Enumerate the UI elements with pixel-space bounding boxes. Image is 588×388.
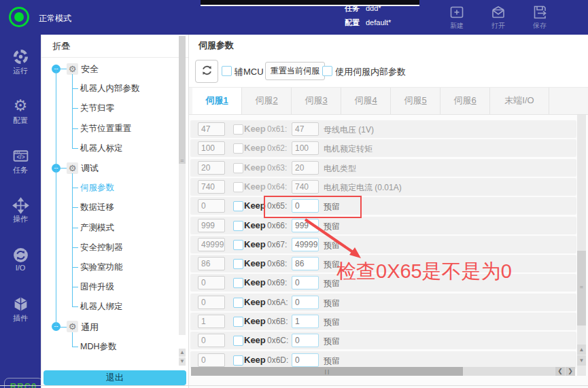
register-value-input[interactable] (292, 353, 319, 367)
vertical-scrollbar-thumb[interactable] (577, 251, 586, 325)
param-value-input[interactable] (198, 238, 225, 251)
register-value-input[interactable] (292, 238, 319, 251)
register-value-input[interactable] (292, 141, 319, 155)
tab-伺服1[interactable]: 伺服1 (192, 88, 242, 114)
register-value-input[interactable] (292, 219, 319, 232)
tree-item-产测模式[interactable]: 产测模式 (80, 222, 114, 234)
param-value-input[interactable] (198, 141, 225, 155)
scroll-down-icon[interactable]: ▼ (577, 355, 586, 366)
tab-伺服3[interactable]: 伺服3 (292, 88, 341, 114)
servo-param-row: Keep0x69:预留 (190, 274, 576, 292)
reset-current-servo-button[interactable]: 重置当前伺服 (265, 62, 325, 80)
refresh-button[interactable] (195, 60, 218, 83)
keep-checkbox[interactable] (233, 221, 243, 231)
keep-checkbox[interactable] (233, 298, 243, 308)
keep-label: Keep (244, 220, 266, 230)
register-value-input[interactable] (292, 161, 319, 175)
keep-label: Keep (244, 316, 266, 326)
tree-group-2[interactable]: 调试 (81, 162, 99, 175)
keep-checkbox[interactable] (233, 278, 243, 288)
register-value-input[interactable] (292, 122, 319, 136)
param-value-input[interactable] (198, 219, 225, 232)
tree-item-机器人内部参数[interactable]: 机器人内部参数 (80, 83, 140, 94)
register-value-input[interactable] (292, 315, 319, 328)
param-value-input[interactable] (198, 315, 225, 328)
tree-item-MDH参数[interactable]: MDH参数 (80, 341, 116, 353)
servo-param-row: Keep0x6B:预留 (190, 313, 576, 330)
param-value-input[interactable] (198, 353, 225, 367)
open-button[interactable]: 打开 (481, 4, 515, 31)
new-button[interactable]: 新建 (440, 4, 474, 31)
param-value-input[interactable] (198, 161, 225, 175)
tree-connector (72, 306, 78, 307)
tab-末端I/O[interactable]: 末端I/O (490, 88, 549, 114)
sidebar-item-plugin[interactable]: 插件 (0, 294, 41, 323)
param-value-input[interactable] (198, 296, 225, 309)
keep-checkbox[interactable] (233, 182, 243, 192)
register-value-input[interactable] (292, 257, 319, 270)
param-value-input[interactable] (198, 334, 225, 347)
register-value-input[interactable] (292, 276, 319, 289)
register-value-input[interactable] (292, 334, 319, 347)
sidebar-item-task[interactable]: </>任务 (0, 145, 41, 175)
tab-伺服2[interactable]: 伺服2 (242, 88, 292, 114)
keep-checkbox[interactable] (233, 124, 243, 135)
tree-item-实验室功能[interactable]: 实验室功能 (80, 262, 123, 273)
tab-伺服4[interactable]: 伺服4 (341, 88, 391, 114)
sidebar-item-io[interactable]: I/O (0, 244, 41, 272)
keep-checkbox[interactable] (233, 143, 243, 154)
param-value-input[interactable] (198, 257, 225, 270)
tree-item-机器人绑定[interactable]: 机器人绑定 (80, 301, 123, 313)
tree-scroll-down-icon[interactable]: ▼ (179, 357, 186, 366)
tree-connector (72, 173, 73, 306)
tree-item-关节归零[interactable]: 关节归零 (80, 103, 114, 114)
tree-item-伺服参数[interactable]: 伺服参数 (80, 182, 114, 194)
param-value-input[interactable] (198, 180, 225, 194)
tree-item-关节位置重置[interactable]: 关节位置重置 (80, 123, 131, 135)
tree-connector (72, 88, 78, 89)
tree-group-3[interactable]: 通用 (81, 321, 99, 334)
keep-checkbox[interactable] (233, 336, 243, 346)
tree-item-机器人标定[interactable]: 机器人标定 (80, 143, 123, 154)
servo-param-row: Keep0x63:电机类型 (190, 159, 576, 177)
sidebar-item-run[interactable]: 运行 (0, 46, 41, 76)
keep-label: Keep (244, 239, 266, 249)
tab-伺服6[interactable]: 伺服6 (440, 88, 490, 114)
keep-checkbox[interactable] (233, 240, 243, 250)
scroll-left-icon[interactable]: ❮ (555, 367, 565, 376)
tree-scroll-up-icon[interactable]: ▲ (179, 349, 186, 357)
param-value-input[interactable] (198, 199, 225, 213)
exit-button[interactable]: 退出 (44, 370, 186, 385)
svg-text:</>: </> (16, 154, 24, 160)
horizontal-scrollbar[interactable]: | | ❮ ❯ (191, 367, 575, 376)
register-value-input[interactable] (292, 296, 319, 309)
tree-item-安全控制器[interactable]: 安全控制器 (80, 242, 123, 253)
tree-header: 折叠 (41, 35, 188, 58)
vertical-scrollbar[interactable]: ▲ ▼ (577, 115, 586, 376)
task-label: 任务 (345, 4, 360, 12)
param-value-input[interactable] (198, 276, 225, 289)
sidebar-item-operate[interactable]: 操作 (0, 194, 41, 224)
save-button[interactable]: 保存 (523, 4, 557, 31)
aux-mcu-checkbox[interactable] (222, 66, 232, 76)
keep-checkbox[interactable] (233, 163, 243, 173)
keep-checkbox[interactable] (233, 355, 243, 366)
param-value-input[interactable] (198, 122, 225, 136)
register-value-input[interactable] (292, 180, 319, 194)
sidebar-item-config[interactable]: ⚙配置 (0, 96, 41, 126)
keep-checkbox[interactable] (233, 317, 243, 327)
use-internal-checkbox[interactable] (322, 66, 332, 76)
tree-scrollbar[interactable] (179, 36, 186, 335)
tree-group-1[interactable]: 安全 (81, 63, 99, 75)
keep-checkbox[interactable] (233, 259, 243, 269)
keep-checkbox[interactable] (233, 201, 243, 211)
scroll-right-icon[interactable]: ❯ (566, 367, 575, 376)
tree-item-固件升级[interactable]: 固件升级 (80, 281, 114, 293)
tree-item-数据迁移[interactable]: 数据迁移 (80, 202, 114, 213)
tree-scrollbar-thumb[interactable] (179, 36, 186, 164)
scroll-up-icon[interactable]: ▲ (577, 345, 586, 355)
new-button-label: 新建 (450, 21, 464, 31)
register-value-input[interactable] (292, 199, 319, 213)
tab-伺服5[interactable]: 伺服5 (391, 88, 440, 114)
horizontal-scrollbar-thumb[interactable]: | | (191, 367, 463, 376)
